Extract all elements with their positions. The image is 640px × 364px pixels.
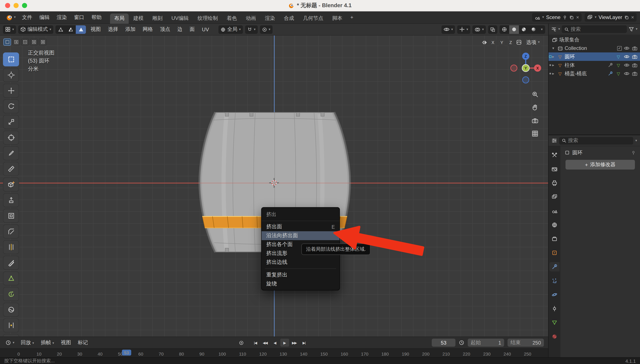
jump-to-start-button[interactable]: |◀ bbox=[251, 339, 260, 347]
vertex-select-mode-button[interactable] bbox=[56, 25, 66, 34]
menu-timeline-view[interactable]: 视图 bbox=[58, 339, 73, 346]
current-frame-field[interactable]: 53 bbox=[432, 339, 456, 347]
menu-item-extrude-edges[interactable]: 挤出边线 bbox=[262, 258, 339, 267]
copy-icon[interactable] bbox=[624, 15, 629, 20]
fullscreen-window-button[interactable] bbox=[22, 3, 27, 8]
menu-playback[interactable]: 回放 ▾ bbox=[18, 339, 37, 346]
mirror-icon[interactable] bbox=[481, 40, 488, 45]
mirror-x-button[interactable]: X bbox=[489, 39, 497, 46]
hide-eye-icon[interactable] bbox=[623, 46, 630, 50]
tab-object[interactable] bbox=[549, 248, 560, 258]
menu-face[interactable]: 面 bbox=[187, 26, 197, 33]
solid-shading-button[interactable] bbox=[509, 25, 519, 34]
falloff-icon[interactable] bbox=[516, 39, 522, 45]
select-set-mode-button[interactable] bbox=[4, 38, 11, 46]
mode-selector[interactable]: 编辑模式 ▾ bbox=[18, 25, 53, 34]
menu-select[interactable]: 选择 bbox=[105, 26, 121, 33]
rendered-shading-button[interactable] bbox=[529, 25, 538, 34]
pin-icon[interactable] bbox=[631, 150, 636, 155]
face-select-mode-button[interactable] bbox=[76, 25, 86, 34]
menu-marker[interactable]: 标记 bbox=[75, 339, 90, 346]
disclosure-closed-icon[interactable]: ▸ bbox=[551, 54, 555, 59]
tab-physics[interactable] bbox=[549, 290, 560, 299]
tab-view-layer[interactable] bbox=[549, 192, 560, 202]
blender-menu-button[interactable]: ▾ bbox=[4, 13, 18, 22]
toggle-perspective-button[interactable] bbox=[530, 129, 540, 138]
tab-output[interactable] bbox=[549, 178, 560, 188]
hide-eye-icon[interactable] bbox=[623, 63, 630, 67]
select-intersect-mode-button[interactable] bbox=[39, 38, 47, 46]
workspace-tab-scripting[interactable]: 脚本 bbox=[328, 13, 346, 24]
tab-scene[interactable] bbox=[549, 206, 560, 216]
next-keyframe-button[interactable]: ▶▶ bbox=[290, 339, 299, 347]
tool-annotate[interactable] bbox=[3, 146, 19, 160]
add-workspace-button[interactable]: + bbox=[347, 14, 357, 20]
workspace-tab-compositing[interactable]: 合成 bbox=[280, 13, 298, 24]
menu-item-extrude-faces[interactable]: 挤出面 E bbox=[262, 222, 339, 231]
xray-toggle-button[interactable] bbox=[488, 25, 497, 34]
workspace-tab-geometry-nodes[interactable]: 几何节点 bbox=[299, 13, 327, 24]
gizmos-button[interactable]: ▾ bbox=[457, 25, 470, 34]
menu-help[interactable]: 帮助 bbox=[88, 13, 105, 22]
options-button[interactable]: 选项▾ bbox=[524, 38, 542, 46]
disable-render-camera-icon[interactable] bbox=[631, 63, 638, 68]
unlink-icon[interactable]: × bbox=[576, 14, 579, 20]
tool-cursor[interactable] bbox=[3, 68, 19, 82]
menu-item-spin[interactable]: 旋绕 bbox=[262, 280, 339, 288]
hide-eye-icon[interactable] bbox=[623, 72, 630, 76]
shading-dropdown[interactable]: ▾ bbox=[538, 25, 545, 34]
tab-collection[interactable] bbox=[549, 234, 560, 244]
material-preview-button[interactable] bbox=[519, 25, 529, 34]
gizmo-minus-x-axis[interactable] bbox=[511, 65, 517, 71]
menu-add[interactable]: 添加 bbox=[123, 26, 138, 33]
disable-render-camera-icon[interactable] bbox=[631, 54, 638, 59]
tool-move[interactable] bbox=[3, 84, 19, 98]
timeline-ruler[interactable]: 0102030405060708090100110120130140150160… bbox=[0, 348, 548, 357]
collection-checkbox[interactable]: ✓ bbox=[617, 46, 622, 50]
remove-icon[interactable]: × bbox=[631, 14, 634, 20]
menu-render[interactable]: 渲染 bbox=[53, 13, 70, 22]
menu-item-extrude-repeat[interactable]: 重复挤出 bbox=[262, 270, 339, 280]
menu-uv[interactable]: UV bbox=[199, 26, 211, 32]
disclosure-open-icon[interactable]: ▾ bbox=[551, 46, 555, 50]
workspace-tab-rendering[interactable]: 渲染 bbox=[261, 13, 279, 24]
tab-material[interactable] bbox=[549, 332, 560, 341]
overlays-button[interactable]: ▾ bbox=[472, 25, 486, 34]
disable-render-camera-icon[interactable] bbox=[631, 71, 638, 76]
viewlayer-selector[interactable]: ▾ ViewLayer × bbox=[584, 13, 636, 22]
copy-icon[interactable] bbox=[569, 15, 574, 20]
menu-window[interactable]: 窗口 bbox=[71, 13, 88, 22]
scene-collection-row[interactable]: 场景集合 bbox=[549, 36, 640, 44]
menu-file[interactable]: 文件 bbox=[19, 13, 36, 22]
menu-vertex[interactable]: 顶点 bbox=[157, 26, 173, 33]
play-button[interactable]: ▶ bbox=[280, 339, 289, 347]
tool-extrude-region[interactable] bbox=[3, 193, 19, 207]
tool-inset-faces[interactable] bbox=[3, 209, 19, 223]
tool-shrink-fatten[interactable] bbox=[3, 334, 19, 336]
tool-knife[interactable] bbox=[3, 256, 19, 270]
add-modifier-button[interactable]: + 添加修改器 bbox=[565, 160, 635, 170]
disclosure-closed-icon[interactable]: ▸ bbox=[551, 63, 555, 67]
previous-keyframe-button[interactable]: ◀◀ bbox=[261, 339, 269, 347]
tool-scale[interactable] bbox=[3, 115, 19, 129]
tool-transform[interactable] bbox=[3, 131, 19, 144]
menu-keying[interactable]: 插帧 ▾ bbox=[38, 339, 57, 346]
disable-render-camera-icon[interactable] bbox=[631, 46, 638, 50]
tab-particles[interactable] bbox=[549, 276, 560, 285]
pin-icon[interactable] bbox=[563, 15, 567, 20]
tab-object-data[interactable] bbox=[549, 318, 560, 327]
tool-smooth[interactable] bbox=[3, 303, 19, 317]
workspace-tab-layout[interactable]: 布局 bbox=[110, 13, 129, 24]
tab-constraints[interactable] bbox=[549, 304, 560, 313]
workspace-tab-sculpting[interactable]: 雕刻 bbox=[148, 13, 167, 24]
show-object-types-button[interactable]: ▾ bbox=[442, 25, 455, 34]
scene-selector[interactable]: ▾ Scene × bbox=[532, 13, 582, 22]
editor-type-button[interactable]: ▾ bbox=[3, 25, 16, 34]
start-frame-field[interactable]: 起始1 bbox=[468, 339, 504, 347]
transform-orientation-selector[interactable]: 全局 ▾ bbox=[218, 25, 243, 34]
outliner-editor-icon[interactable] bbox=[551, 26, 557, 32]
select-invert-mode-button[interactable] bbox=[30, 38, 38, 46]
tool-add-cube[interactable] bbox=[3, 178, 19, 192]
end-frame-field[interactable]: 结束250 bbox=[508, 339, 544, 347]
properties-search-field[interactable]: 搜索 bbox=[559, 137, 633, 144]
